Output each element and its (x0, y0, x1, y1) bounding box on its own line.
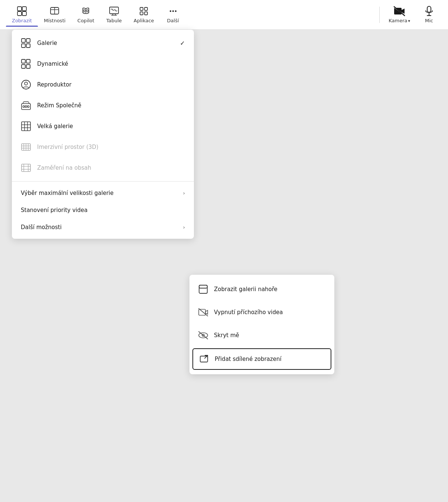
svg-rect-0 (17, 7, 22, 11)
skryt-me-icon (198, 330, 208, 340)
dalsi-icon (168, 6, 178, 16)
zobrazit-label: Zobrazit (12, 18, 32, 23)
zamereni-label: Zaměření na obsah (37, 164, 185, 171)
aplikace-icon (139, 6, 149, 16)
svg-rect-7 (110, 7, 119, 14)
menu-item-imerzivni[interactable]: Imerzivní prostor (3D) (12, 137, 194, 157)
kamera-icon (394, 6, 405, 16)
main-content: Galerie ✓ Dynamické (0, 30, 448, 502)
menu-divider-1 (12, 181, 194, 182)
prikhozi-video-label: Vypnutí příchozího videa (214, 309, 283, 316)
svg-point-14 (175, 10, 176, 12)
mic-label: Mic (425, 18, 433, 23)
svg-point-31 (25, 106, 27, 108)
svg-rect-8 (140, 7, 143, 10)
copilot-icon (81, 6, 91, 16)
secondary-item-ptidat-sdileni[interactable]: Přidat sdílené zobrazení (192, 348, 331, 370)
menu-item-dynamicke[interactable]: Dynamické (12, 53, 194, 74)
galerie-label: Galerie (37, 40, 174, 46)
menu-item-zamereni[interactable]: Zaměření na obsah (12, 157, 194, 178)
mistnosti-icon (49, 6, 60, 16)
svg-rect-10 (140, 12, 143, 15)
rezim-spolecne-icon (21, 100, 31, 111)
imerzivni-label: Imerzivní prostor (3D) (37, 144, 185, 150)
toolbar-item-mic[interactable]: Mic (416, 3, 442, 26)
svg-line-51 (199, 309, 208, 316)
reproduktor-icon (21, 79, 31, 90)
view-dropdown-menu: Galerie ✓ Dynamické (12, 30, 194, 239)
menu-item-galerie[interactable]: Galerie ✓ (12, 33, 194, 53)
secondary-dropdown-menu: Zobrazit galerii nahoře Vypnutí příchozí… (189, 275, 334, 374)
svg-point-32 (27, 106, 29, 108)
svg-rect-26 (26, 65, 30, 68)
svg-rect-19 (22, 39, 25, 42)
camera-chevron-icon: ▾ (408, 19, 410, 23)
svg-point-30 (23, 106, 25, 108)
svg-rect-1 (22, 7, 26, 11)
dynamicke-icon (21, 59, 31, 69)
copilot-label: Copilot (77, 18, 94, 23)
svg-point-28 (25, 82, 27, 85)
secondary-item-skryt-me[interactable]: Skryt mě (189, 324, 334, 347)
svg-rect-44 (22, 164, 30, 172)
imerzivni-icon (21, 142, 31, 152)
menu-item-dalsi-moznosti[interactable]: Další možnosti › (12, 219, 194, 236)
rezim-spolecne-label: Režim Společně (37, 102, 185, 109)
secondary-item-galerie-nahore[interactable]: Zobrazit galerii nahoře (189, 278, 334, 301)
vybr-velikosti-arrow-icon: › (183, 190, 185, 196)
toolbar-item-mistnosti[interactable]: Místnosti (38, 3, 71, 26)
ptidat-sdileni-label: Přidat sdílené zobrazení (215, 356, 282, 362)
velka-galerie-icon (21, 121, 31, 131)
menu-item-rezim-spolecne[interactable]: Režim Společně (12, 95, 194, 116)
kamera-label: Kamera (389, 18, 407, 23)
svg-rect-11 (145, 12, 147, 15)
toolbar-item-zobrazit[interactable]: Zobrazit (6, 3, 38, 26)
mic-icon (424, 6, 434, 16)
svg-rect-9 (145, 7, 147, 10)
mistnosti-label: Místnosti (44, 18, 65, 23)
menu-item-stanoveni[interactable]: Stanovení priority videa (12, 202, 194, 219)
galerie-icon (21, 38, 31, 48)
tabule-icon (109, 6, 119, 16)
svg-rect-33 (22, 122, 30, 131)
svg-rect-20 (26, 39, 30, 42)
toolbar-item-aplikace[interactable]: Aplikace (128, 3, 160, 26)
menu-item-vybr-velikosti[interactable]: Výběr maximální velikosti galerie › (12, 185, 194, 202)
dalsi-label: Další (167, 18, 179, 23)
secondary-item-prikhozi-video[interactable]: Vypnutí příchozího videa (189, 301, 334, 324)
stanoveni-label: Stanovení priority videa (21, 207, 185, 213)
svg-rect-16 (427, 6, 431, 12)
skryt-me-label: Skryt mě (214, 332, 239, 339)
svg-rect-2 (17, 12, 22, 16)
reproduktor-label: Reproduktor (37, 81, 185, 88)
toolbar-item-dalsi[interactable]: Další (160, 3, 186, 26)
menu-item-velka-galerie[interactable]: Velká galerie (12, 116, 194, 137)
velka-galerie-label: Velká galerie (37, 123, 185, 130)
svg-point-13 (172, 10, 173, 12)
svg-point-6 (87, 10, 88, 12)
svg-point-5 (84, 10, 85, 12)
svg-rect-22 (26, 44, 30, 48)
aplikace-label: Aplikace (134, 18, 154, 23)
svg-rect-25 (22, 65, 25, 68)
galerie-nahore-icon (198, 284, 208, 294)
dynamicke-label: Dynamické (37, 61, 185, 67)
svg-rect-50 (199, 285, 207, 288)
svg-rect-23 (22, 59, 25, 63)
ptidat-sdileni-icon (199, 354, 209, 364)
svg-rect-49 (199, 285, 207, 293)
galerie-nahore-label: Zobrazit galerii nahoře (214, 286, 277, 293)
tabule-label: Tabule (106, 18, 122, 23)
toolbar-item-copilot[interactable]: Copilot (71, 3, 100, 26)
zamereni-icon (21, 163, 31, 173)
galerie-check: ✓ (180, 40, 185, 47)
toolbar-item-kamera[interactable]: Kamera ▾ (383, 3, 416, 26)
svg-point-12 (169, 10, 171, 12)
toolbar-item-tabule[interactable]: Tabule (100, 3, 128, 26)
svg-rect-24 (26, 59, 30, 63)
menu-item-reproduktor[interactable]: Reproduktor (12, 74, 194, 95)
zobrazit-icon (17, 6, 27, 16)
svg-rect-3 (22, 12, 26, 16)
svg-rect-55 (200, 356, 208, 362)
dalsi-moznosti-arrow-icon: › (183, 224, 185, 230)
